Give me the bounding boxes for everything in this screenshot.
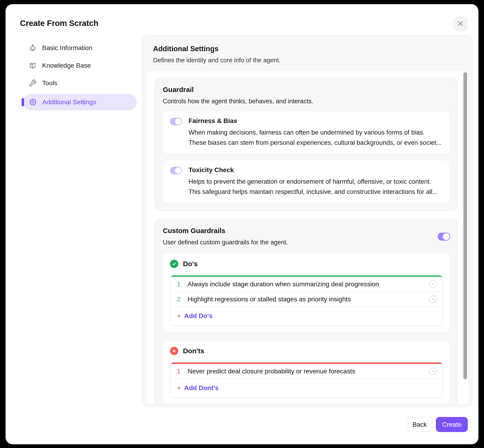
donts-top-bar (170, 362, 443, 364)
dos-check-icon (170, 260, 178, 268)
remove-rule-button[interactable] (429, 296, 436, 303)
toxicity-check-description: Helps to prevent the generation or endor… (189, 176, 438, 197)
rule-number: 2 (177, 296, 188, 303)
rule-number: 1 (177, 368, 188, 375)
rule-text: Never predict deal closure probability o… (188, 368, 429, 375)
dos-title: Do's (183, 260, 198, 268)
dos-top-bar (170, 275, 443, 277)
fairness-bias-description: When making decisions, fairness can ofte… (189, 128, 442, 148)
guardrail-title: Guardrail (163, 86, 450, 94)
dos-rule-row: 2 Highlight regressions or stalled stage… (170, 292, 443, 307)
add-dos-button[interactable]: + Add Do's (170, 307, 443, 326)
sidebar: Basic Information Knowledge Base Tools (17, 41, 138, 114)
custom-guardrails-header: Custom Guardrails User defined custom gu… (163, 227, 288, 246)
donts-section: Don'ts 1 Never predict deal closure prob… (163, 341, 450, 404)
create-button[interactable]: Create (436, 417, 468, 432)
close-icon (457, 20, 464, 28)
fairness-bias-toggle[interactable] (170, 118, 182, 125)
sidebar-item-label: Basic Information (42, 44, 92, 52)
scrollbar-thumb[interactable] (463, 72, 467, 379)
sidebar-item-label: Additional Settings (42, 98, 96, 106)
remove-x-icon (431, 283, 435, 286)
add-donts-label: Add Dont's (184, 384, 219, 392)
rule-number: 1 (177, 280, 188, 288)
fairness-bias-label: Fairness & Bias (189, 117, 442, 125)
panel-subtitle: Defines the identity and core info of th… (153, 57, 462, 64)
fairness-bias-content: Fairness & Bias When making decisions, f… (189, 117, 442, 148)
custom-guardrails-description: User defined custom guardrails for the a… (163, 239, 288, 246)
toxicity-check-label: Toxicity Check (189, 166, 438, 174)
guardrail-card: Guardrail Controls how the agent thinks,… (154, 78, 458, 211)
add-dos-label: Add Do's (184, 312, 213, 320)
custom-guardrails-toggle[interactable] (438, 232, 450, 241)
wrench-icon (29, 79, 37, 87)
donts-title: Don'ts (183, 347, 204, 355)
custom-guardrails-title: Custom Guardrails (163, 227, 288, 235)
dos-rule-row: 1 Always include stage duration when sum… (170, 277, 443, 292)
plus-icon: + (177, 312, 181, 320)
remove-rule-button[interactable] (429, 368, 436, 375)
sidebar-item-label: Tools (42, 80, 57, 87)
fairness-bias-setting: Fairness & Bias When making decisions, f… (163, 111, 450, 154)
close-button[interactable] (453, 17, 468, 31)
panel-header: Additional Settings Defines the identity… (153, 45, 462, 64)
modal-footer: Back Create (407, 417, 468, 432)
donts-rule-row: 1 Never predict deal closure probability… (170, 364, 443, 379)
panel-title: Additional Settings (153, 45, 462, 53)
toxicity-check-setting: Toxicity Check Helps to prevent the gene… (163, 160, 450, 203)
guardrail-description: Controls how the agent thinks, behaves, … (163, 98, 450, 105)
custom-guardrails-card: Custom Guardrails User defined custom gu… (154, 219, 458, 405)
create-from-scratch-modal: Create From Scratch Basic Information (6, 4, 478, 444)
rule-text: Highlight regressions or stalled stages … (188, 296, 429, 303)
additional-settings-panel: Additional Settings Defines the identity… (143, 35, 472, 407)
back-button[interactable]: Back (407, 417, 432, 432)
open-book-icon (29, 62, 37, 70)
toxicity-check-content: Toxicity Check Helps to prevent the gene… (189, 166, 438, 197)
remove-rule-button[interactable] (429, 280, 436, 288)
robot-icon (29, 44, 37, 52)
remove-x-icon (431, 298, 435, 301)
rule-text: Always include stage duration when summa… (188, 280, 429, 288)
sidebar-item-additional-settings[interactable]: Additional Settings (23, 94, 137, 110)
modal-title: Create From Scratch (20, 18, 98, 28)
add-donts-button[interactable]: + Add Dont's (170, 379, 443, 398)
dos-list: 1 Always include stage duration when sum… (170, 275, 443, 326)
plus-icon: + (177, 384, 181, 392)
donts-x-icon (170, 347, 178, 355)
settings-scroll-area[interactable]: Guardrail Controls how the agent thinks,… (146, 70, 469, 405)
dos-section: Do's 1 Always include stage duration whe… (163, 253, 450, 332)
sidebar-item-knowledge-base[interactable]: Knowledge Base (17, 59, 138, 72)
remove-x-icon (431, 370, 435, 373)
sidebar-item-tools[interactable]: Tools (17, 76, 138, 90)
sidebar-item-label: Knowledge Base (42, 62, 91, 69)
toxicity-check-toggle[interactable] (170, 167, 182, 175)
donts-list: 1 Never predict deal closure probability… (170, 362, 443, 398)
sidebar-item-basic-information[interactable]: Basic Information (17, 41, 138, 55)
settings-icon (29, 98, 37, 106)
